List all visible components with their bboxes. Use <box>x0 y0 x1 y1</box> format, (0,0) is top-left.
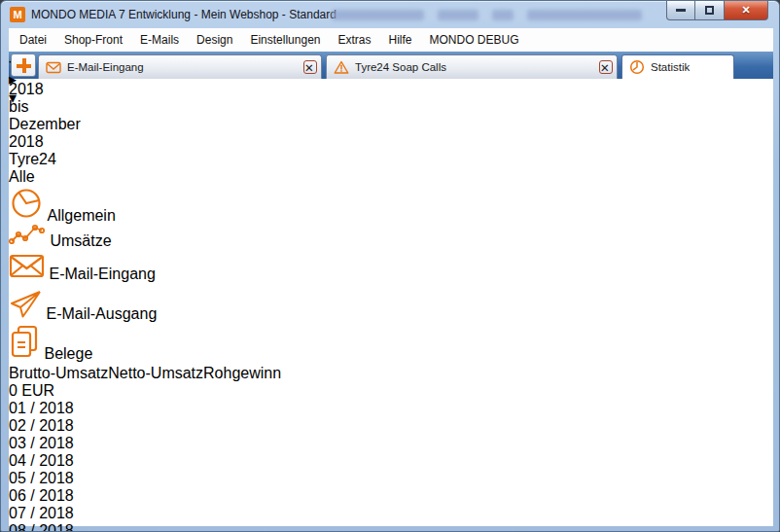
app-logo-icon: M <box>10 7 25 22</box>
menu-bar: DateiShop-FrontE-MailsDesignEinstellunge… <box>9 28 773 52</box>
chart-legend: Brutto-UmsatzNetto-UmsatzRohgewinn <box>9 365 773 382</box>
main-panel: Brutto-UmsatzNetto-UmsatzRohgewinn 0 EUR… <box>9 365 773 532</box>
menu-item-einstellungen[interactable]: Einstellungen <box>241 30 329 50</box>
tab-close-icon[interactable]: ✕ <box>599 60 613 74</box>
sidebar-item-label: Allgemein <box>48 207 116 224</box>
to-month-value: Dezember <box>9 116 81 132</box>
legend-item: Rohgewinn <box>203 365 281 381</box>
redacted-text-block <box>527 10 642 20</box>
title-bar[interactable]: M MONDO MEDIA 7 Entwicklung - Mein Websh… <box>1 1 780 28</box>
to-month-select[interactable]: Dezember <box>9 116 94 133</box>
menu-item-datei[interactable]: Datei <box>11 30 55 50</box>
sidebar-item-label: Belege <box>44 345 92 362</box>
x-axis-label: 04 / 2018 <box>9 452 773 470</box>
sidebar-item-belege[interactable]: Belege <box>9 324 773 365</box>
x-axis-label: 07 / 2018 <box>9 505 773 522</box>
window-title: MONDO MEDIA 7 Entwicklung - Mein Webshop… <box>31 8 337 21</box>
sidebar-item-label: Umsätze <box>50 232 111 249</box>
close-icon: ✕ <box>741 4 750 17</box>
redacted-text-block <box>438 10 479 20</box>
envelope-icon <box>46 61 61 74</box>
filter-select-value: Alle <box>9 168 35 185</box>
maximize-icon <box>705 6 714 15</box>
menu-item-design[interactable]: Design <box>188 30 241 50</box>
x-axis-label: 03 / 2018 <box>9 435 773 452</box>
x-axis-label: 02 / 2018 <box>9 417 773 435</box>
menu-item-mondo-debug[interactable]: MONDO DEBUG <box>421 30 528 50</box>
close-button[interactable]: ✕ <box>724 1 768 20</box>
minimize-button[interactable] <box>666 1 695 20</box>
menu-item-e-mails[interactable]: E-Mails <box>131 30 188 50</box>
legend-item: Netto-Umsatz <box>108 365 203 381</box>
tab-statistik[interactable]: Statistik <box>621 54 734 79</box>
sidebar: Allgemein Umsätze E-Mail-Eingang <box>9 186 773 365</box>
legend-label: Netto-Umsatz <box>108 365 203 381</box>
sidebar-item-label: E-Mail-Ausgang <box>46 305 157 322</box>
maximize-button[interactable] <box>695 1 724 20</box>
tab-label: Statistik <box>651 61 690 73</box>
menu-item-hilfe[interactable]: Hilfe <box>380 30 421 50</box>
source-select[interactable]: Tyre24 <box>9 151 138 168</box>
plus-icon <box>17 58 31 73</box>
source-select-value: Tyre24 <box>9 151 56 167</box>
redacted-text-block <box>332 10 424 20</box>
to-year-field[interactable]: 2018 <box>9 133 773 151</box>
sidebar-item-allgemein[interactable]: Allgemein <box>9 186 773 223</box>
warning-triangle-icon <box>334 60 349 74</box>
tab-label: E-Mail-Eingang <box>67 61 144 73</box>
x-axis-labels: 01 / 201802 / 201803 / 201804 / 201805 /… <box>9 400 773 532</box>
envelope-open-icon <box>9 266 49 282</box>
tab-strip: E-Mail-Eingang ✕ Tyre24 Soap Calls ✕ Sta… <box>9 52 773 79</box>
tab-close-icon[interactable]: ✕ <box>303 60 317 74</box>
legend-label: Rohgewinn <box>203 365 281 381</box>
tab-label: Tyre24 Soap Calls <box>355 61 446 73</box>
clock-icon <box>629 59 645 75</box>
minimize-icon <box>676 9 686 12</box>
legend-item: Brutto-Umsatz <box>9 365 108 381</box>
sidebar-item-email-eingang[interactable]: E-Mail-Eingang <box>9 252 773 289</box>
x-axis-label: 06 / 2018 <box>9 487 773 505</box>
x-axis-label: 08 / 2018 <box>9 522 773 532</box>
tab-tyre24-soap-calls[interactable]: Tyre24 Soap Calls ✕ <box>326 54 618 79</box>
sidebar-item-label: E-Mail-Eingang <box>49 266 155 282</box>
window-controls: ✕ <box>666 1 768 20</box>
app-window: M MONDO MEDIA 7 Entwicklung - Mein Websh… <box>0 0 780 532</box>
sidebar-item-email-ausgang[interactable]: E-Mail-Ausgang <box>9 289 773 324</box>
x-axis-label: 01 / 2018 <box>9 400 773 417</box>
paper-plane-icon <box>9 305 46 322</box>
sidebar-item-umsaetze[interactable]: Umsätze <box>9 223 773 252</box>
documents-icon <box>9 345 44 362</box>
filter-select[interactable]: Alle <box>9 168 225 186</box>
legend-label: Brutto-Umsatz <box>9 365 108 381</box>
x-axis-label: 05 / 2018 <box>9 470 773 487</box>
content-area: Allgemein Umsätze E-Mail-Eingang <box>9 186 773 532</box>
line-chart-icon <box>9 232 50 249</box>
client-area: DateiShop-FrontE-MailsDesignEinstellunge… <box>9 28 773 526</box>
tab-list-dropdown-icon[interactable]: ▾ <box>9 89 773 107</box>
menu-item-extras[interactable]: Extras <box>329 30 379 50</box>
y-axis-tick-label: 0 EUR <box>9 382 773 400</box>
menu-item-shop-front[interactable]: Shop-Front <box>55 30 131 50</box>
redacted-text-block <box>492 10 514 20</box>
pie-chart-icon <box>9 207 48 224</box>
tab-email-eingang[interactable]: E-Mail-Eingang ✕ <box>38 54 322 79</box>
new-tab-button[interactable] <box>11 53 36 77</box>
